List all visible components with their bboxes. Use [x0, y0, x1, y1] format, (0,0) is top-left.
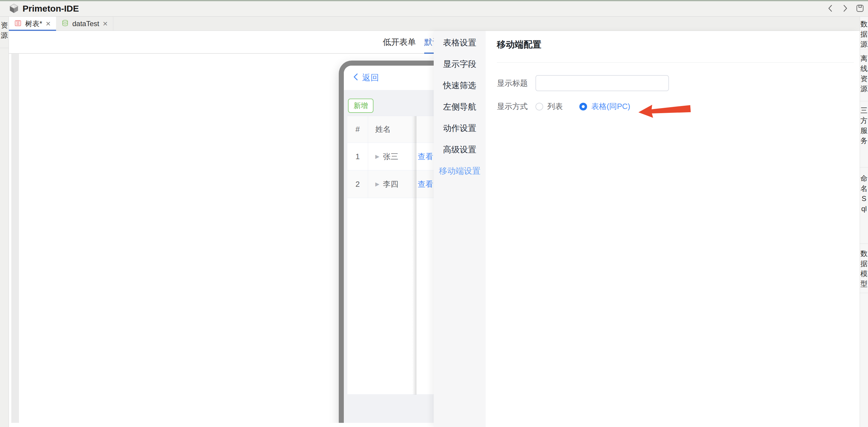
radio-unchecked-icon: [535, 103, 543, 111]
sidebar-item-label: 数据模型: [860, 249, 868, 289]
sidebar-item-label: 数据源: [860, 19, 868, 49]
left-sidebar: 资源: [0, 17, 9, 427]
add-button[interactable]: 新增: [348, 98, 373, 113]
menu-item-display-fields[interactable]: 显示字段: [434, 53, 486, 75]
row-name: 张三: [383, 151, 398, 162]
right-sidebar: 数据源 离线资源 三方服务 命名Sql 数据模型: [860, 17, 868, 427]
sidebar-item-label: 离线资源: [860, 53, 868, 94]
row-name: 李四: [383, 179, 398, 190]
nav-forward-icon[interactable]: [841, 4, 849, 13]
expand-triangle-icon[interactable]: ▶: [375, 181, 379, 188]
file-tab-datatest[interactable]: dataTest ×: [56, 17, 113, 31]
menu-item-quick-filter[interactable]: 快速筛选: [434, 75, 486, 96]
file-tabbar: 树表* × dataTest ×: [9, 17, 860, 31]
collapsed-panel-strip: [11, 54, 19, 423]
menu-item-table-settings[interactable]: 表格设置: [434, 32, 486, 53]
sidebar-item-label: 三方服务: [860, 106, 868, 146]
titlebar-actions: [827, 0, 866, 17]
close-icon[interactable]: ×: [103, 20, 107, 27]
radio-list[interactable]: 列表: [535, 101, 563, 112]
row-index: 2: [347, 170, 368, 198]
radio-table-same-as-pc[interactable]: 表格(同PC): [579, 101, 630, 112]
sidebar-item-third-party-services[interactable]: 三方服务: [860, 101, 868, 168]
file-tab-tree-table[interactable]: 树表* ×: [9, 17, 56, 31]
view-link[interactable]: 查看: [418, 179, 433, 190]
chevron-left-icon: [353, 73, 359, 83]
drawer-content: 移动端配置 显示标题 显示方式 列表 表格(同PC): [486, 31, 860, 427]
file-tab-label: 树表*: [25, 19, 42, 29]
display-mode-label: 显示方式: [497, 101, 535, 112]
file-tab-label: dataTest: [72, 20, 99, 28]
menu-item-action-settings[interactable]: 动作设置: [434, 118, 486, 139]
view-tab-lowcode-form[interactable]: 低开表单: [383, 31, 416, 53]
display-title-input[interactable]: [535, 75, 669, 91]
database-icon: [61, 19, 69, 29]
back-link[interactable]: 返回: [362, 72, 379, 83]
sidebar-item-offline-resources[interactable]: 离线资源: [860, 49, 868, 101]
radio-label: 表格(同PC): [591, 101, 630, 112]
sidebar-item-resources[interactable]: 资源: [0, 17, 9, 48]
sidebar-item-datasource[interactable]: 数据源: [860, 17, 868, 49]
save-icon[interactable]: [856, 4, 864, 13]
expand-triangle-icon[interactable]: ▶: [375, 153, 379, 160]
sidebar-item-data-model[interactable]: 数据模型: [860, 244, 868, 293]
app-logo-icon: [8, 3, 20, 16]
menu-item-mobile-settings[interactable]: 移动端设置: [434, 160, 486, 182]
radio-label: 列表: [547, 101, 563, 112]
drawer-menu: 表格设置 显示字段 快速筛选 左侧导航 动作设置 高级设置 移动端设置: [434, 31, 486, 427]
sidebar-item-label: 资源: [1, 20, 8, 40]
app-title: Primeton-IDE: [23, 0, 79, 17]
red-arrow-annotation: [637, 102, 691, 120]
form-icon: [14, 19, 22, 29]
sidebar-item-named-sql[interactable]: 命名Sql: [860, 168, 868, 244]
table-header-index: #: [347, 116, 368, 143]
titlebar: Primeton-IDE: [0, 0, 868, 17]
radio-checked-icon: [579, 103, 587, 111]
horizontal-scrollbar[interactable]: [9, 423, 434, 427]
menu-item-left-nav[interactable]: 左侧导航: [434, 96, 486, 118]
nav-back-icon[interactable]: [827, 4, 834, 13]
view-link[interactable]: 查看: [418, 151, 433, 162]
display-title-row: 显示标题: [497, 75, 854, 91]
sidebar-item-label: 命名Sql: [860, 173, 868, 214]
divider: [497, 62, 854, 63]
table-header-name: 姓名: [368, 116, 412, 143]
row-index: 1: [347, 143, 368, 170]
close-icon[interactable]: ×: [46, 20, 51, 27]
display-title-label: 显示标题: [497, 78, 535, 88]
settings-drawer: 表格设置 显示字段 快速筛选 左侧导航 动作设置 高级设置 移动端设置 移动端配…: [434, 31, 860, 427]
panel-title: 移动端配置: [497, 38, 854, 51]
menu-item-advanced-settings[interactable]: 高级设置: [434, 139, 486, 160]
